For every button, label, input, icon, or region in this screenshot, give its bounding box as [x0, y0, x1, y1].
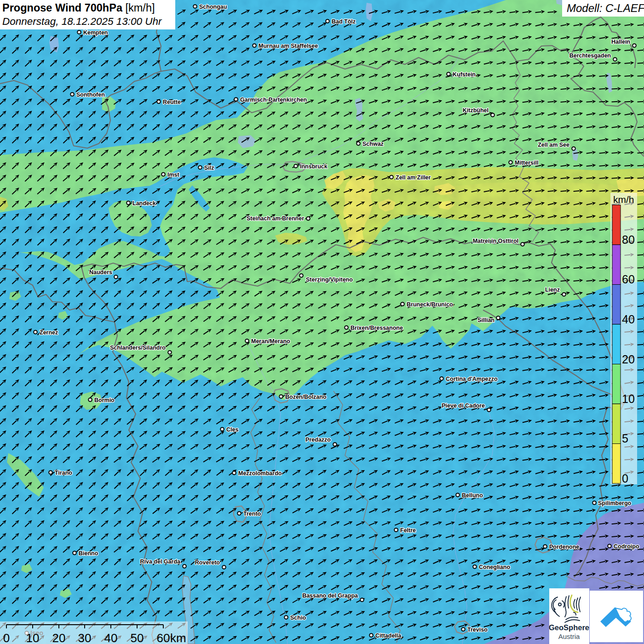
- svg-text:km/h: km/h: [613, 194, 634, 205]
- svg-text:Cles: Cles: [226, 426, 238, 433]
- svg-text:Mezzolombardo: Mezzolombardo: [238, 470, 282, 477]
- svg-text:40: 40: [622, 313, 635, 326]
- svg-text:Sonthofen: Sonthofen: [76, 92, 105, 98]
- svg-text:30: 30: [78, 631, 92, 644]
- svg-text:5: 5: [622, 432, 628, 445]
- svg-text:Reutte: Reutte: [163, 99, 181, 105]
- svg-text:Tirano: Tirano: [55, 470, 72, 476]
- svg-text:Innsbruck: Innsbruck: [300, 163, 328, 170]
- svg-text:Bruneck/Brunico: Bruneck/Brunico: [407, 301, 453, 308]
- svg-text:Bormio: Bormio: [94, 397, 115, 403]
- svg-text:80: 80: [622, 233, 635, 246]
- svg-text:GeoSphere: GeoSphere: [549, 623, 589, 632]
- svg-text:Schongau: Schongau: [199, 4, 227, 10]
- svg-text:Austria: Austria: [558, 632, 580, 640]
- svg-text:Sterzing/Vipiteno: Sterzing/Vipiteno: [306, 276, 353, 283]
- svg-text:Meran/Merano: Meran/Merano: [251, 338, 290, 345]
- svg-text:Schlanders/Silandro: Schlanders/Silandro: [110, 345, 166, 351]
- svg-text:Spilimbergo: Spilimbergo: [598, 500, 632, 506]
- svg-text:Cortina d'Ampezzo: Cortina d'Ampezzo: [446, 376, 498, 382]
- svg-text:Brixen/Bressanone: Brixen/Bressanone: [351, 325, 403, 331]
- svg-text:Silz: Silz: [204, 165, 214, 171]
- svg-text:40: 40: [104, 631, 118, 644]
- svg-text:Bassano del Grappa: Bassano del Grappa: [302, 592, 358, 599]
- svg-text:50: 50: [131, 631, 144, 644]
- svg-text:60: 60: [157, 631, 170, 644]
- svg-text:Mittersill: Mittersill: [515, 160, 538, 166]
- svg-text:0: 0: [622, 472, 628, 485]
- svg-text:Rovereto: Rovereto: [195, 559, 220, 566]
- svg-text:Landeck: Landeck: [132, 200, 156, 207]
- svg-text:Murnau am Staffelsee: Murnau am Staffelsee: [259, 43, 318, 49]
- svg-text:Lienz: Lienz: [545, 287, 560, 293]
- svg-text:20: 20: [52, 631, 66, 644]
- svg-text:Riva del Garda: Riva del Garda: [140, 558, 181, 565]
- svg-text:Garmisch-Partenkirchen: Garmisch-Partenkirchen: [240, 97, 307, 103]
- svg-text:Prognose Wind 700hPa [km/h]: Prognose Wind 700hPa [km/h]: [2, 2, 155, 14]
- svg-text:Zell am Ziller: Zell am Ziller: [396, 174, 431, 181]
- svg-text:Nauders: Nauders: [89, 269, 112, 276]
- svg-text:Feltre: Feltre: [400, 527, 416, 534]
- svg-text:Schio: Schio: [290, 615, 306, 621]
- svg-text:km: km: [170, 631, 186, 644]
- svg-text:Kitzbühel: Kitzbühel: [463, 107, 489, 114]
- svg-text:Belluno: Belluno: [462, 492, 483, 499]
- svg-text:0: 0: [3, 631, 10, 644]
- svg-text:Trento: Trento: [243, 511, 261, 517]
- svg-text:Matrei in Osttirol: Matrei in Osttirol: [473, 238, 518, 244]
- svg-text:Kufstein: Kufstein: [453, 71, 476, 78]
- svg-text:Schwaz: Schwaz: [362, 141, 384, 147]
- svg-text:Bienno: Bienno: [79, 550, 98, 557]
- svg-text:10: 10: [622, 392, 635, 405]
- svg-text:Conegliano: Conegliano: [479, 564, 510, 570]
- svg-text:Berchtesgaden: Berchtesgaden: [569, 52, 611, 59]
- svg-text:Modell: C-LAEF: Modell: C-LAEF: [567, 2, 644, 14]
- svg-text:Zell am See: Zell am See: [538, 142, 569, 148]
- svg-text:Bozen/Bolzano: Bozen/Bolzano: [285, 394, 327, 400]
- svg-text:Sillian: Sillian: [477, 317, 494, 323]
- svg-text:Donnerstag, 18.12.2025 13:00 U: Donnerstag, 18.12.2025 13:00 Uhr: [2, 16, 162, 27]
- svg-text:Pordenone: Pordenone: [549, 544, 579, 550]
- svg-text:Pieve di Cadore: Pieve di Cadore: [442, 402, 485, 409]
- svg-text:Steinach am Brenner: Steinach am Brenner: [247, 215, 304, 222]
- svg-text:10: 10: [26, 631, 40, 644]
- svg-text:20: 20: [622, 353, 635, 366]
- svg-text:Codroipo: Codroipo: [614, 543, 639, 550]
- svg-text:60: 60: [622, 273, 635, 286]
- svg-text:Treviso: Treviso: [467, 627, 488, 633]
- svg-text:Bad Tölz: Bad Tölz: [332, 18, 356, 25]
- svg-text:Cittadella: Cittadella: [375, 632, 402, 639]
- svg-text:Predazzo: Predazzo: [305, 437, 331, 443]
- svg-text:Zernez: Zernez: [40, 329, 58, 336]
- svg-text:Imst: Imst: [167, 172, 180, 178]
- svg-text:Hallein: Hallein: [611, 39, 630, 45]
- svg-text:Kempten: Kempten: [83, 29, 108, 36]
